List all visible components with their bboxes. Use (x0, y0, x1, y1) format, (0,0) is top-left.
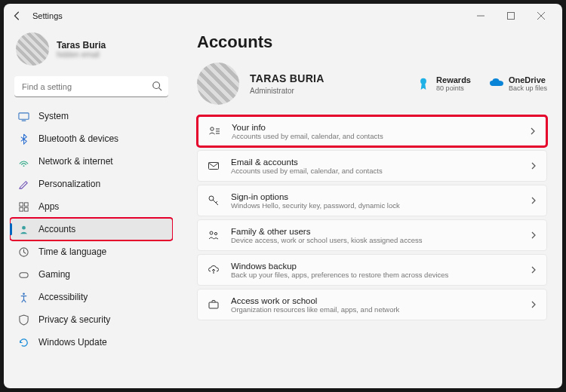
bluetooth-icon (17, 133, 29, 145)
search-icon (152, 81, 162, 91)
sidebar-item-network[interactable]: Network & internet (10, 150, 173, 173)
rewards-block[interactable]: Rewards 80 points (417, 75, 471, 92)
search-box[interactable] (14, 76, 168, 97)
svg-rect-7 (19, 202, 23, 206)
backup-icon (207, 263, 220, 277)
close-button[interactable] (526, 5, 556, 26)
svg-rect-9 (19, 207, 23, 211)
svg-rect-4 (18, 112, 28, 118)
search-input[interactable] (14, 76, 168, 97)
svg-rect-13 (19, 272, 27, 277)
onedrive-icon (489, 77, 503, 90)
sidebar-item-label: Accessibility (38, 292, 88, 302)
email-icon (207, 159, 220, 173)
card-email-accounts[interactable]: Email & accounts Accounts used by email,… (197, 150, 547, 182)
apps-icon (17, 201, 29, 213)
svg-point-16 (211, 127, 214, 130)
page-title: Accounts (197, 32, 547, 52)
card-title: Family & other users (231, 227, 422, 236)
svg-rect-1 (508, 13, 515, 20)
user-email: hidden email (57, 51, 106, 59)
update-icon (17, 336, 29, 348)
gaming-icon (17, 268, 29, 280)
sidebar-item-update[interactable]: Windows Update (10, 331, 173, 354)
account-role: Administrator (250, 87, 325, 95)
card-signin-options[interactable]: Sign-in options Windows Hello, security … (197, 185, 547, 216)
onedrive-block[interactable]: OneDrive Back up files (489, 75, 547, 92)
titlebar: Settings (4, 4, 562, 28)
account-avatar (197, 63, 239, 105)
sidebar-item-time[interactable]: Time & language (10, 240, 173, 263)
card-sub: Windows Hello, security key, password, d… (231, 201, 400, 210)
card-your-info[interactable]: Your info Accounts used by email, calend… (197, 115, 547, 147)
sidebar-item-label: Apps (38, 201, 59, 212)
chevron-right-icon (530, 197, 537, 204)
sidebar-item-label: Windows Update (38, 337, 107, 348)
sidebar-item-label: System (38, 111, 69, 121)
sidebar-item-label: Time & language (38, 247, 106, 257)
minimize-button[interactable] (466, 5, 496, 26)
svg-rect-10 (24, 207, 28, 211)
chevron-right-icon (530, 301, 537, 308)
sidebar-item-label: Privacy & security (38, 314, 110, 325)
svg-point-14 (23, 292, 25, 295)
personalization-icon (17, 178, 29, 190)
card-title: Access work or school (231, 296, 399, 305)
sidebar-item-gaming[interactable]: Gaming (10, 263, 173, 286)
card-sub: Device access, work or school users, kio… (231, 236, 422, 244)
card-title: Sign-in options (231, 192, 400, 201)
sidebar-item-accounts[interactable]: Accounts (10, 218, 173, 240)
sidebar-item-label: Network & internet (38, 156, 113, 167)
sidebar-item-label: Gaming (38, 269, 70, 280)
card-work-school[interactable]: Access work or school Organization resou… (197, 289, 547, 320)
account-header: TARAS BURIA Administrator Rewards 80 poi… (197, 63, 547, 105)
svg-rect-20 (209, 163, 219, 170)
user-block[interactable]: Taras Buria hidden email (10, 28, 173, 73)
user-name: Taras Buria (57, 40, 106, 51)
window-controls (466, 5, 556, 26)
briefcase-icon (207, 298, 220, 311)
card-title: Windows backup (231, 262, 448, 271)
rewards-icon (417, 77, 430, 90)
sidebar-item-label: Bluetooth & devices (38, 133, 118, 144)
nav-list: System Bluetooth & devices Network & int… (10, 105, 173, 388)
onedrive-sub: Back up files (509, 84, 547, 92)
maximize-button[interactable] (496, 5, 526, 26)
your-info-icon (208, 124, 221, 138)
card-sub: Accounts used by email, calendar, and co… (232, 132, 383, 140)
svg-rect-8 (24, 202, 28, 206)
user-avatar (16, 32, 49, 66)
rewards-sub: 80 points (436, 84, 471, 92)
chevron-right-icon (530, 162, 537, 170)
sidebar-item-bluetooth[interactable]: Bluetooth & devices (10, 127, 173, 150)
privacy-icon (17, 314, 29, 326)
system-icon (17, 110, 29, 122)
accounts-icon (17, 223, 29, 235)
sidebar-item-personalization[interactable]: Personalization (10, 173, 173, 195)
svg-point-15 (420, 78, 426, 84)
card-sub: Accounts used by email, calendar, and co… (231, 167, 383, 175)
card-title: Email & accounts (231, 158, 383, 167)
onedrive-title: OneDrive (509, 75, 547, 84)
svg-point-2 (153, 82, 160, 89)
svg-point-22 (210, 231, 213, 234)
chevron-right-icon (530, 231, 537, 239)
card-backup[interactable]: Windows backup Back up your files, apps,… (197, 254, 547, 286)
sidebar-item-accessibility[interactable]: Accessibility (10, 286, 173, 308)
sidebar-item-system[interactable]: System (10, 105, 173, 127)
account-name: TARAS BURIA (250, 72, 325, 84)
card-family[interactable]: Family & other users Device access, work… (197, 219, 547, 251)
family-icon (207, 228, 220, 242)
main-panel: Accounts TARAS BURIA Administrator Rewar… (179, 28, 562, 388)
sidebar-item-label: Accounts (38, 224, 75, 234)
key-icon (207, 194, 220, 207)
time-icon (17, 246, 29, 258)
chevron-right-icon (530, 266, 537, 274)
settings-window: Settings Taras Buria hidden email (4, 4, 562, 388)
network-icon (17, 155, 29, 167)
card-sub: Back up your files, apps, preferences to… (231, 271, 448, 279)
sidebar-item-privacy[interactable]: Privacy & security (10, 308, 173, 331)
back-button[interactable] (10, 8, 25, 23)
sidebar-item-apps[interactable]: Apps (10, 195, 173, 218)
accessibility-icon (17, 291, 29, 303)
